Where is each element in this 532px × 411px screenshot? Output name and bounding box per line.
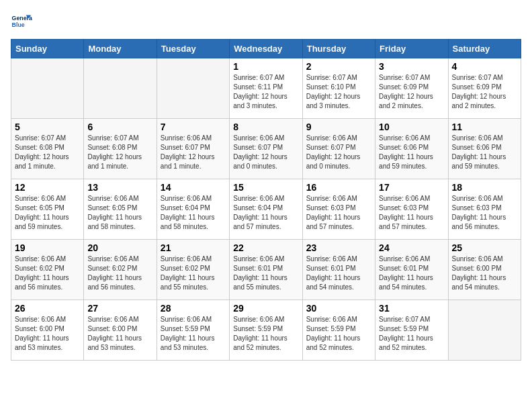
- cal-cell: 7Sunrise: 6:06 AM Sunset: 6:07 PM Daylig…: [157, 119, 229, 179]
- logo-icon: General Blue: [11, 11, 32, 32]
- cal-cell: [157, 58, 229, 119]
- day-info: Sunrise: 6:06 AM Sunset: 6:06 PM Dayligh…: [379, 134, 444, 171]
- calendar-table: SundayMondayTuesdayWednesdayThursdayFrid…: [11, 39, 521, 361]
- day-number: 22: [233, 242, 298, 253]
- cal-cell: 26Sunrise: 6:06 AM Sunset: 6:00 PM Dayli…: [11, 300, 84, 361]
- day-header-saturday: Saturday: [448, 40, 521, 58]
- cal-cell: 6Sunrise: 6:07 AM Sunset: 6:08 PM Daylig…: [84, 119, 157, 179]
- day-info: Sunrise: 6:07 AM Sunset: 5:59 PM Dayligh…: [379, 315, 444, 353]
- day-number: 5: [15, 122, 80, 132]
- day-info: Sunrise: 6:06 AM Sunset: 6:03 PM Dayligh…: [452, 194, 517, 232]
- cal-cell: 3Sunrise: 6:07 AM Sunset: 6:09 PM Daylig…: [375, 58, 448, 119]
- day-info: Sunrise: 6:06 AM Sunset: 6:03 PM Dayligh…: [306, 194, 371, 232]
- cal-cell: 22Sunrise: 6:06 AM Sunset: 6:01 PM Dayli…: [230, 240, 302, 300]
- day-number: 8: [233, 122, 298, 132]
- cal-cell: 5Sunrise: 6:07 AM Sunset: 6:08 PM Daylig…: [11, 119, 84, 179]
- day-number: 21: [161, 242, 226, 253]
- cal-cell: 4Sunrise: 6:07 AM Sunset: 6:09 PM Daylig…: [448, 58, 521, 119]
- day-info: Sunrise: 6:06 AM Sunset: 6:02 PM Dayligh…: [161, 255, 226, 292]
- day-number: 24: [379, 242, 444, 253]
- day-info: Sunrise: 6:06 AM Sunset: 6:04 PM Dayligh…: [233, 194, 298, 232]
- day-number: 11: [452, 122, 517, 132]
- day-header-sunday: Sunday: [11, 40, 84, 58]
- cal-cell: 30Sunrise: 6:06 AM Sunset: 5:59 PM Dayli…: [302, 300, 375, 361]
- day-info: Sunrise: 6:06 AM Sunset: 6:04 PM Dayligh…: [161, 194, 226, 232]
- cal-cell: 11Sunrise: 6:06 AM Sunset: 6:06 PM Dayli…: [448, 119, 521, 179]
- cal-cell: [11, 58, 84, 119]
- cal-cell: 18Sunrise: 6:06 AM Sunset: 6:03 PM Dayli…: [448, 179, 521, 240]
- cal-cell: 1Sunrise: 6:07 AM Sunset: 6:11 PM Daylig…: [230, 58, 302, 119]
- day-number: 9: [306, 122, 371, 132]
- day-info: Sunrise: 6:07 AM Sunset: 6:08 PM Dayligh…: [15, 134, 80, 171]
- day-info: Sunrise: 6:06 AM Sunset: 6:07 PM Dayligh…: [161, 134, 226, 171]
- day-number: 1: [233, 61, 298, 72]
- cal-cell: 9Sunrise: 6:06 AM Sunset: 6:07 PM Daylig…: [302, 119, 375, 179]
- day-header-thursday: Thursday: [302, 40, 375, 58]
- cal-cell: 10Sunrise: 6:06 AM Sunset: 6:06 PM Dayli…: [375, 119, 448, 179]
- day-info: Sunrise: 6:06 AM Sunset: 5:59 PM Dayligh…: [306, 315, 371, 353]
- day-header-tuesday: Tuesday: [157, 40, 229, 58]
- cal-cell: 21Sunrise: 6:06 AM Sunset: 6:02 PM Dayli…: [157, 240, 229, 300]
- cal-cell: 14Sunrise: 6:06 AM Sunset: 6:04 PM Dayli…: [157, 179, 229, 240]
- day-number: 29: [233, 303, 298, 314]
- cal-cell: 19Sunrise: 6:06 AM Sunset: 6:02 PM Dayli…: [11, 240, 84, 300]
- day-header-wednesday: Wednesday: [230, 40, 302, 58]
- day-number: 4: [452, 61, 517, 72]
- day-number: 30: [306, 303, 371, 314]
- cal-cell: 15Sunrise: 6:06 AM Sunset: 6:04 PM Dayli…: [230, 179, 302, 240]
- logo: General Blue: [11, 11, 32, 32]
- day-number: 28: [161, 303, 226, 314]
- day-number: 20: [87, 242, 152, 253]
- svg-text:Blue: Blue: [12, 21, 25, 28]
- day-number: 7: [161, 122, 226, 132]
- day-info: Sunrise: 6:07 AM Sunset: 6:09 PM Dayligh…: [379, 73, 444, 111]
- cal-cell: 16Sunrise: 6:06 AM Sunset: 6:03 PM Dayli…: [302, 179, 375, 240]
- cal-cell: 29Sunrise: 6:06 AM Sunset: 5:59 PM Dayli…: [230, 300, 302, 361]
- cal-cell: 27Sunrise: 6:06 AM Sunset: 6:00 PM Dayli…: [84, 300, 157, 361]
- cal-cell: 20Sunrise: 6:06 AM Sunset: 6:02 PM Dayli…: [84, 240, 157, 300]
- day-number: 25: [452, 242, 517, 253]
- week-row-2: 5Sunrise: 6:07 AM Sunset: 6:08 PM Daylig…: [11, 119, 521, 179]
- day-info: Sunrise: 6:06 AM Sunset: 6:01 PM Dayligh…: [233, 255, 298, 292]
- day-info: Sunrise: 6:06 AM Sunset: 6:05 PM Dayligh…: [15, 194, 80, 232]
- day-info: Sunrise: 6:06 AM Sunset: 6:07 PM Dayligh…: [233, 134, 298, 171]
- day-info: Sunrise: 6:06 AM Sunset: 6:00 PM Dayligh…: [87, 315, 152, 353]
- day-info: Sunrise: 6:06 AM Sunset: 6:02 PM Dayligh…: [15, 255, 80, 292]
- day-info: Sunrise: 6:07 AM Sunset: 6:11 PM Dayligh…: [233, 73, 298, 111]
- cal-cell: 13Sunrise: 6:06 AM Sunset: 6:05 PM Dayli…: [84, 179, 157, 240]
- day-number: 14: [161, 182, 226, 193]
- day-info: Sunrise: 6:06 AM Sunset: 6:06 PM Dayligh…: [452, 134, 517, 171]
- day-info: Sunrise: 6:06 AM Sunset: 6:00 PM Dayligh…: [15, 315, 80, 353]
- day-info: Sunrise: 6:06 AM Sunset: 6:03 PM Dayligh…: [379, 194, 444, 232]
- day-number: 26: [15, 303, 80, 314]
- day-number: 12: [15, 182, 80, 193]
- week-row-4: 19Sunrise: 6:06 AM Sunset: 6:02 PM Dayli…: [11, 240, 521, 300]
- day-number: 23: [306, 242, 371, 253]
- day-number: 6: [87, 122, 152, 132]
- day-number: 2: [306, 61, 371, 72]
- day-number: 16: [306, 182, 371, 193]
- day-info: Sunrise: 6:06 AM Sunset: 6:02 PM Dayligh…: [87, 255, 152, 292]
- cal-cell: 2Sunrise: 6:07 AM Sunset: 6:10 PM Daylig…: [302, 58, 375, 119]
- day-header-friday: Friday: [375, 40, 448, 58]
- day-info: Sunrise: 6:07 AM Sunset: 6:10 PM Dayligh…: [306, 73, 371, 111]
- day-number: 27: [87, 303, 152, 314]
- page-header: General Blue: [11, 11, 521, 32]
- day-header-monday: Monday: [84, 40, 157, 58]
- week-row-1: 1Sunrise: 6:07 AM Sunset: 6:11 PM Daylig…: [11, 58, 521, 119]
- day-info: Sunrise: 6:06 AM Sunset: 6:00 PM Dayligh…: [452, 255, 517, 292]
- cal-cell: [448, 300, 521, 361]
- day-info: Sunrise: 6:07 AM Sunset: 6:08 PM Dayligh…: [87, 134, 152, 171]
- cal-cell: 23Sunrise: 6:06 AM Sunset: 6:01 PM Dayli…: [302, 240, 375, 300]
- day-number: 13: [87, 182, 152, 193]
- calendar-header-row: SundayMondayTuesdayWednesdayThursdayFrid…: [11, 40, 521, 58]
- cal-cell: 8Sunrise: 6:06 AM Sunset: 6:07 PM Daylig…: [230, 119, 302, 179]
- cal-cell: 24Sunrise: 6:06 AM Sunset: 6:01 PM Dayli…: [375, 240, 448, 300]
- day-number: 10: [379, 122, 444, 132]
- day-info: Sunrise: 6:06 AM Sunset: 6:01 PM Dayligh…: [306, 255, 371, 292]
- day-number: 15: [233, 182, 298, 193]
- day-info: Sunrise: 6:06 AM Sunset: 6:05 PM Dayligh…: [87, 194, 152, 232]
- cal-cell: 28Sunrise: 6:06 AM Sunset: 5:59 PM Dayli…: [157, 300, 229, 361]
- cal-cell: 25Sunrise: 6:06 AM Sunset: 6:00 PM Dayli…: [448, 240, 521, 300]
- cal-cell: 12Sunrise: 6:06 AM Sunset: 6:05 PM Dayli…: [11, 179, 84, 240]
